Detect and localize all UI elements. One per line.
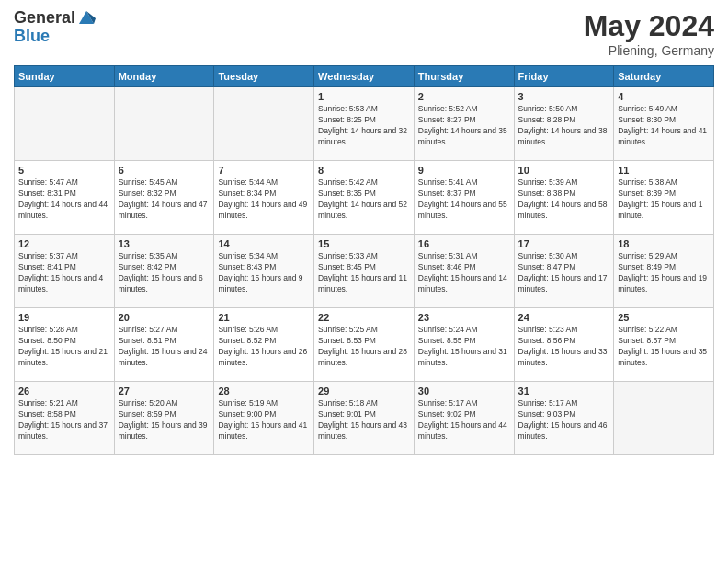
table-row [614, 382, 714, 455]
day-info: Sunrise: 5:17 AMSunset: 9:02 PMDaylight:… [418, 398, 507, 441]
table-row: 30 Sunrise: 5:17 AMSunset: 9:02 PMDaylig… [414, 382, 514, 455]
day-info: Sunrise: 5:45 AMSunset: 8:32 PMDaylight:… [119, 178, 208, 220]
header-saturday: Saturday [614, 66, 714, 87]
day-info: Sunrise: 5:41 AMSunset: 8:37 PMDaylight:… [418, 178, 507, 220]
logo-blue: Blue [14, 28, 96, 46]
table-row: 20 Sunrise: 5:27 AMSunset: 8:51 PMDaylig… [114, 308, 214, 382]
month-title: May 2024 [584, 9, 714, 43]
table-row: 31 Sunrise: 5:17 AMSunset: 9:03 PMDaylig… [514, 382, 614, 455]
table-row: 13 Sunrise: 5:35 AMSunset: 8:42 PMDaylig… [114, 235, 214, 308]
table-row: 2 Sunrise: 5:52 AMSunset: 8:27 PMDayligh… [414, 87, 514, 161]
day-info: Sunrise: 5:17 AMSunset: 9:03 PMDaylight:… [518, 398, 608, 441]
day-number: 12 [18, 238, 110, 249]
header-wednesday: Wednesday [314, 66, 415, 87]
day-number: 23 [418, 312, 510, 323]
table-row: 29 Sunrise: 5:18 AMSunset: 9:01 PMDaylig… [314, 382, 415, 455]
day-info: Sunrise: 5:28 AMSunset: 8:50 PMDaylight:… [18, 325, 108, 367]
table-row: 27 Sunrise: 5:20 AMSunset: 8:59 PMDaylig… [114, 382, 214, 455]
table-row [15, 87, 115, 161]
day-info: Sunrise: 5:38 AMSunset: 8:39 PMDaylight:… [618, 178, 702, 220]
logo-general: General [14, 9, 75, 28]
calendar-week-row: 26 Sunrise: 5:21 AMSunset: 8:58 PMDaylig… [15, 382, 714, 455]
header-friday: Friday [514, 66, 614, 87]
header-tuesday: Tuesday [214, 66, 314, 87]
day-number: 2 [418, 91, 510, 102]
day-number: 6 [119, 165, 210, 176]
day-info: Sunrise: 5:24 AMSunset: 8:55 PMDaylight:… [418, 325, 507, 367]
table-row: 12 Sunrise: 5:37 AMSunset: 8:41 PMDaylig… [15, 235, 115, 308]
table-row: 26 Sunrise: 5:21 AMSunset: 8:58 PMDaylig… [15, 382, 115, 455]
day-number: 22 [318, 312, 410, 323]
day-number: 14 [218, 238, 310, 249]
weekday-header-row: Sunday Monday Tuesday Wednesday Thursday… [15, 66, 714, 87]
day-number: 26 [18, 385, 110, 396]
header-sunday: Sunday [15, 66, 115, 87]
table-row: 8 Sunrise: 5:42 AMSunset: 8:35 PMDayligh… [314, 161, 415, 235]
day-number: 27 [119, 385, 210, 396]
logo-text: General Blue [14, 9, 96, 46]
table-row: 22 Sunrise: 5:25 AMSunset: 8:53 PMDaylig… [314, 308, 415, 382]
day-number: 16 [418, 238, 510, 249]
day-info: Sunrise: 5:47 AMSunset: 8:31 PMDaylight:… [18, 178, 108, 220]
day-number: 17 [518, 238, 610, 249]
day-info: Sunrise: 5:35 AMSunset: 8:42 PMDaylight:… [119, 251, 203, 293]
calendar-week-row: 5 Sunrise: 5:47 AMSunset: 8:31 PMDayligh… [15, 161, 714, 235]
table-row: 16 Sunrise: 5:31 AMSunset: 8:46 PMDaylig… [414, 235, 514, 308]
day-info: Sunrise: 5:29 AMSunset: 8:49 PMDaylight:… [618, 251, 707, 293]
table-row: 23 Sunrise: 5:24 AMSunset: 8:55 PMDaylig… [414, 308, 514, 382]
day-info: Sunrise: 5:30 AMSunset: 8:47 PMDaylight:… [518, 251, 608, 293]
day-info: Sunrise: 5:34 AMSunset: 8:43 PMDaylight:… [218, 251, 302, 293]
table-row: 6 Sunrise: 5:45 AMSunset: 8:32 PMDayligh… [114, 161, 214, 235]
day-number: 11 [618, 165, 710, 176]
calendar-week-row: 12 Sunrise: 5:37 AMSunset: 8:41 PMDaylig… [15, 235, 714, 308]
day-number: 1 [318, 91, 410, 102]
table-row: 1 Sunrise: 5:53 AMSunset: 8:25 PMDayligh… [314, 87, 415, 161]
day-number: 5 [18, 165, 110, 176]
day-info: Sunrise: 5:27 AMSunset: 8:51 PMDaylight:… [119, 325, 208, 367]
day-number: 9 [418, 165, 510, 176]
day-info: Sunrise: 5:20 AMSunset: 8:59 PMDaylight:… [119, 398, 208, 441]
day-number: 18 [618, 238, 710, 249]
day-info: Sunrise: 5:39 AMSunset: 8:38 PMDaylight:… [518, 178, 608, 220]
table-row: 10 Sunrise: 5:39 AMSunset: 8:38 PMDaylig… [514, 161, 614, 235]
day-number: 19 [18, 312, 110, 323]
day-number: 29 [318, 385, 410, 396]
table-row: 24 Sunrise: 5:23 AMSunset: 8:56 PMDaylig… [514, 308, 614, 382]
day-info: Sunrise: 5:37 AMSunset: 8:41 PMDaylight:… [18, 251, 103, 293]
day-info: Sunrise: 5:25 AMSunset: 8:53 PMDaylight:… [318, 325, 407, 367]
day-number: 8 [318, 165, 410, 176]
table-row: 7 Sunrise: 5:44 AMSunset: 8:34 PMDayligh… [214, 161, 314, 235]
table-row: 19 Sunrise: 5:28 AMSunset: 8:50 PMDaylig… [15, 308, 115, 382]
header-thursday: Thursday [414, 66, 514, 87]
day-number: 15 [318, 238, 410, 249]
table-row: 21 Sunrise: 5:26 AMSunset: 8:52 PMDaylig… [214, 308, 314, 382]
table-row: 28 Sunrise: 5:19 AMSunset: 9:00 PMDaylig… [214, 382, 314, 455]
day-info: Sunrise: 5:23 AMSunset: 8:56 PMDaylight:… [518, 325, 608, 367]
logo: General Blue [14, 9, 96, 46]
header-monday: Monday [114, 66, 214, 87]
table-row: 9 Sunrise: 5:41 AMSunset: 8:37 PMDayligh… [414, 161, 514, 235]
day-info: Sunrise: 5:18 AMSunset: 9:01 PMDaylight:… [318, 398, 407, 441]
day-number: 25 [618, 312, 710, 323]
table-row: 4 Sunrise: 5:49 AMSunset: 8:30 PMDayligh… [614, 87, 714, 161]
table-row: 14 Sunrise: 5:34 AMSunset: 8:43 PMDaylig… [214, 235, 314, 308]
day-number: 13 [119, 238, 210, 249]
day-number: 3 [518, 91, 610, 102]
day-number: 4 [618, 91, 710, 102]
day-info: Sunrise: 5:19 AMSunset: 9:00 PMDaylight:… [218, 398, 307, 441]
day-info: Sunrise: 5:50 AMSunset: 8:28 PMDaylight:… [518, 104, 608, 146]
day-number: 28 [218, 385, 310, 396]
table-row: 11 Sunrise: 5:38 AMSunset: 8:39 PMDaylig… [614, 161, 714, 235]
day-info: Sunrise: 5:49 AMSunset: 8:30 PMDaylight:… [618, 104, 707, 146]
calendar-table: Sunday Monday Tuesday Wednesday Thursday… [14, 65, 714, 455]
logo-icon [77, 7, 96, 28]
table-row: 3 Sunrise: 5:50 AMSunset: 8:28 PMDayligh… [514, 87, 614, 161]
day-info: Sunrise: 5:33 AMSunset: 8:45 PMDaylight:… [318, 251, 407, 293]
day-info: Sunrise: 5:53 AMSunset: 8:25 PMDaylight:… [318, 104, 407, 146]
day-info: Sunrise: 5:31 AMSunset: 8:46 PMDaylight:… [418, 251, 507, 293]
day-info: Sunrise: 5:44 AMSunset: 8:34 PMDaylight:… [218, 178, 307, 220]
day-number: 30 [418, 385, 510, 396]
day-number: 10 [518, 165, 610, 176]
day-info: Sunrise: 5:26 AMSunset: 8:52 PMDaylight:… [218, 325, 307, 367]
table-row [214, 87, 314, 161]
